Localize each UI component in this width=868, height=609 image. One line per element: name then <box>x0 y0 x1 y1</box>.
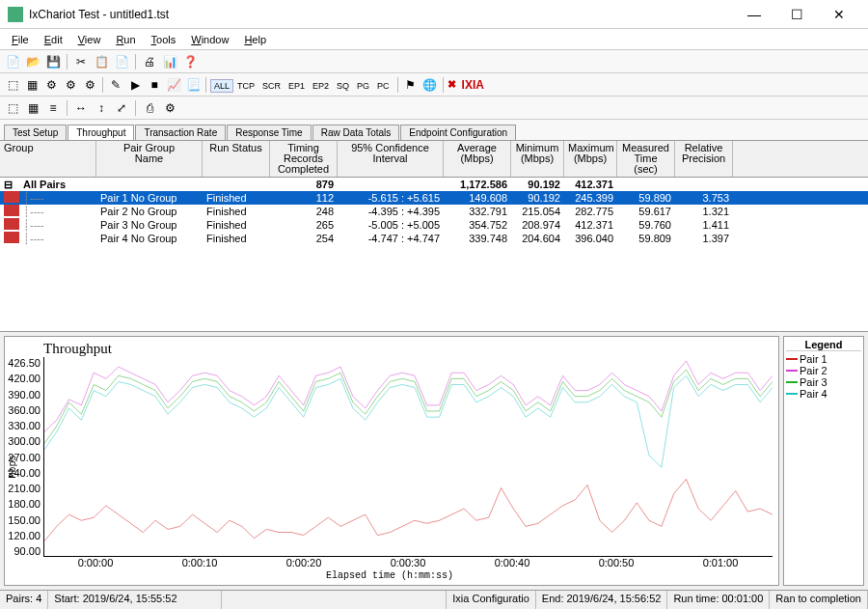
t3-4-icon[interactable]: ↔ <box>72 99 90 117</box>
cfg2-icon[interactable]: ⚙ <box>62 76 79 94</box>
table-row[interactable]: ┊----Pair 1 No GroupFinished112-5.615 : … <box>0 191 868 205</box>
menu-tools[interactable]: Tools <box>144 32 184 47</box>
t3-6-icon[interactable]: ⤢ <box>113 99 130 117</box>
group-button-sq[interactable]: SQ <box>333 79 353 93</box>
group-button-pg[interactable]: PG <box>353 79 373 93</box>
legend-item[interactable]: Pair 4 <box>786 388 861 400</box>
x-axis: 0:00:000:00:100:00:200:00:300:00:400:00:… <box>43 557 773 570</box>
plot-area[interactable] <box>43 357 773 557</box>
status-ixia: Ixia Configuratio <box>447 591 536 609</box>
new-icon[interactable]: 📄 <box>4 53 21 70</box>
legend-item[interactable]: Pair 3 <box>786 376 861 388</box>
group-button-ep1[interactable]: EP1 <box>285 79 309 93</box>
paste-icon[interactable]: 📄 <box>113 53 130 70</box>
tab-test-setup[interactable]: Test Setup <box>4 125 67 140</box>
export-icon[interactable]: 📊 <box>161 53 178 70</box>
chart-icon[interactable]: 📈 <box>165 76 182 94</box>
group-button-all[interactable]: ALL <box>210 79 233 93</box>
grid-body[interactable]: ⊟All Pairs8791,172.58690.192412.371┊----… <box>0 178 868 331</box>
table-row[interactable]: ┊----Pair 3 No GroupFinished265-5.005 : … <box>0 218 868 232</box>
t3-1-icon[interactable]: ⬚ <box>4 99 21 117</box>
tab-bar: Test SetupThroughputTransaction RateResp… <box>0 120 868 141</box>
status-start: Start: 2019/6/24, 15:55:52 <box>48 591 222 609</box>
menu-edit[interactable]: Edit <box>37 32 70 47</box>
help-icon[interactable]: ❓ <box>181 53 199 70</box>
globe-icon[interactable]: 🌐 <box>421 76 439 94</box>
legend-panel: Legend Pair 1Pair 2Pair 3Pair 4 <box>783 336 864 586</box>
status-spacer <box>222 591 447 609</box>
group-button-pc[interactable]: PC <box>373 79 393 93</box>
copy-icon[interactable]: 📋 <box>93 53 110 70</box>
table-row[interactable]: ┊----Pair 2 No GroupFinished248-4.395 : … <box>0 205 868 218</box>
flag-icon[interactable]: ⚑ <box>402 76 420 94</box>
toolbar-primary: 📄 📂 💾 ✂ 📋 📄 🖨 📊 ❓ <box>0 50 868 73</box>
cfg1-icon[interactable]: ⚙ <box>42 76 60 94</box>
close-button[interactable]: ✕ <box>818 1 860 28</box>
x-axis-label: Elapsed time (h:mm:ss) <box>7 570 773 581</box>
legend-title: Legend <box>786 339 861 351</box>
open-icon[interactable]: 📂 <box>24 53 41 70</box>
edit-icon[interactable]: ✎ <box>107 76 124 94</box>
menu-bar: FileEditViewRunToolsWindowHelp <box>0 29 868 50</box>
menu-help[interactable]: Help <box>236 32 274 47</box>
status-completion: Ran to completion <box>770 591 868 609</box>
results-grid: GroupPair Group NameRun StatusTiming Rec… <box>0 141 868 332</box>
throughput-chart: Throughput Mbps 426.50420.00390.00360.00… <box>4 336 779 586</box>
row-all-pairs[interactable]: ⊟All Pairs8791,172.58690.192412.371 <box>0 178 868 191</box>
app-icon <box>8 7 23 22</box>
y-axis: 426.50420.00390.00360.00330.00300.00270.… <box>7 357 43 557</box>
legend-item[interactable]: Pair 1 <box>786 353 861 365</box>
run-icon[interactable]: ▶ <box>126 76 144 94</box>
menu-view[interactable]: View <box>70 32 109 47</box>
t3-2-icon[interactable]: ▦ <box>24 99 41 117</box>
status-runtime: Run time: 00:01:00 <box>667 591 770 609</box>
group-button-tcp[interactable]: TCP <box>233 79 258 93</box>
menu-window[interactable]: Window <box>183 32 236 47</box>
group-icon[interactable]: ▦ <box>23 76 41 94</box>
group-button-scr[interactable]: SCR <box>258 79 285 93</box>
stop-icon[interactable]: ■ <box>146 76 163 94</box>
tab-transaction-rate[interactable]: Transaction Rate <box>135 125 226 140</box>
tab-throughput[interactable]: Throughput <box>68 125 134 140</box>
chart-area: Throughput Mbps 426.50420.00390.00360.00… <box>0 332 868 590</box>
cfg3-icon[interactable]: ⚙ <box>81 76 98 94</box>
toolbar-secondary: ⬚ ▦ ⚙ ⚙ ⚙ ✎ ▶ ■ 📈 📃 ALLTCPSCREP1EP2SQPGP… <box>0 73 868 97</box>
window-title: IxChariot Test - untitled1.tst <box>29 8 733 21</box>
toolbar-tertiary: ⬚ ▦ ≡ ↔ ↕ ⤢ ⎙ ⚙ <box>0 97 868 120</box>
pair-icon[interactable]: ⬚ <box>4 76 21 94</box>
menu-file[interactable]: File <box>4 32 37 47</box>
save-icon[interactable]: 💾 <box>44 53 62 70</box>
status-end: End: 2019/6/24, 15:56:52 <box>536 591 668 609</box>
table-row[interactable]: ┊----Pair 4 No GroupFinished254-4.747 : … <box>0 232 868 245</box>
print-icon[interactable]: 🖨 <box>141 53 158 70</box>
t3-3-icon[interactable]: ≡ <box>44 99 62 117</box>
status-pairs: Pairs: 4 <box>0 591 48 609</box>
t3-7-icon[interactable]: ⎙ <box>141 99 158 117</box>
t3-5-icon[interactable]: ↕ <box>93 99 110 117</box>
menu-run[interactable]: Run <box>108 32 143 47</box>
minimize-button[interactable]: — <box>733 1 775 28</box>
t3-8-icon[interactable]: ⚙ <box>161 99 178 117</box>
tab-response-time[interactable]: Response Time <box>227 125 311 140</box>
tab-endpoint-configuration[interactable]: Endpoint Configuration <box>400 125 516 140</box>
maximize-button[interactable]: ☐ <box>775 1 818 28</box>
cut-icon[interactable]: ✂ <box>72 53 90 70</box>
legend-item[interactable]: Pair 2 <box>786 365 861 376</box>
grid-header: GroupPair Group NameRun StatusTiming Rec… <box>0 141 868 178</box>
status-bar: Pairs: 4 Start: 2019/6/24, 15:55:52 Ixia… <box>0 590 868 609</box>
ixia-logo: IXIA <box>462 78 484 92</box>
group-button-ep2[interactable]: EP2 <box>309 79 333 93</box>
title-bar: IxChariot Test - untitled1.tst — ☐ ✕ <box>0 0 868 29</box>
tab-raw-data-totals[interactable]: Raw Data Totals <box>312 125 400 140</box>
ixia-icon: ✖ <box>448 78 456 91</box>
report-icon[interactable]: 📃 <box>184 76 202 94</box>
chart-title: Throughput <box>7 341 773 357</box>
